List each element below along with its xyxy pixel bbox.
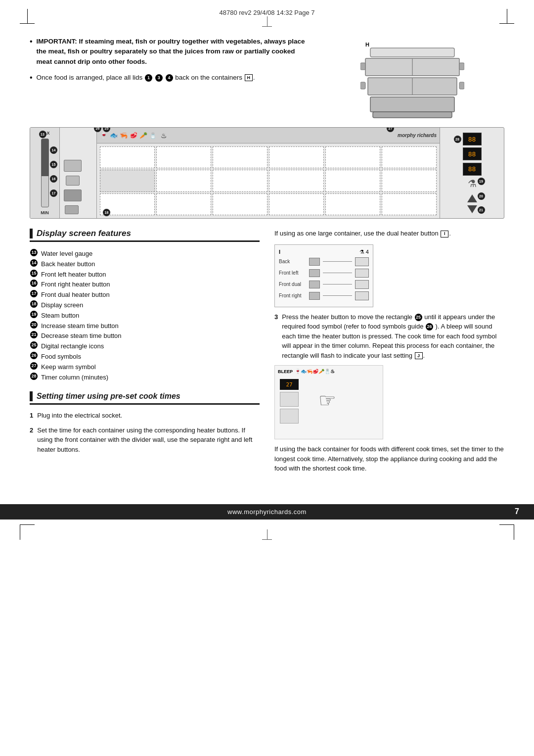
food-icon-fish: 🐟 (110, 132, 118, 139)
crop-mark-top-right (499, 9, 514, 24)
badge-16: 16 (50, 175, 57, 183)
bleep-label-area: BLEEP 🍷🐟🦐🥩🥕🧂♨ (275, 366, 383, 377)
heater-box-front-right (355, 291, 369, 300)
feature-item-27: 27 Keep warm symbol (30, 362, 260, 373)
front-left-heater-button[interactable] (66, 176, 80, 186)
timer-display-2: 88 (463, 147, 482, 160)
ref-J: J (415, 352, 423, 359)
feature-item-20: 20 Increase steam time button (30, 321, 260, 331)
footer: www.morphyrichards.com 7 (0, 504, 534, 520)
timer-display-row2: 88 (463, 147, 482, 160)
step-3-text: Press the heater button to move the rect… (282, 312, 504, 361)
front-dual-heater-button[interactable] (65, 205, 79, 214)
step-1: 1 Plug into the electrical socket. (30, 411, 260, 421)
feature-label-15: Front left heater button (41, 270, 106, 280)
timer-display-1: 88 (463, 133, 482, 145)
display-screen-features-title: Display screen features (30, 229, 260, 242)
feature-label-19: Steam button (41, 311, 79, 321)
heater-row-back: Back (279, 257, 369, 266)
top-left-bullets: • IMPORTANT: If steaming meat, fish or p… (30, 37, 306, 118)
feature-item-16: 16 Front right heater button (30, 280, 260, 290)
title-bar (30, 229, 33, 238)
bullet-important-text: IMPORTANT: If steaming meat, fish or pou… (37, 37, 306, 67)
step-num-1: 1 (30, 411, 33, 421)
circle-21: 21 (30, 331, 38, 338)
svg-rect-8 (459, 63, 464, 70)
badge-17: 17 (50, 189, 57, 197)
circle-14: 14 (30, 259, 38, 267)
heater-label-back: Back (279, 259, 306, 264)
circle-ref-4: 4 (166, 74, 173, 82)
grid-cell (156, 146, 211, 168)
front-left-btn-diag[interactable] (309, 269, 320, 277)
grid-cell (382, 146, 437, 168)
setting-timer-steps: 1 Plug into the electrical socket. 2 Set… (30, 411, 260, 454)
food-icon-can: 🧂 (149, 132, 157, 139)
badge-18: 18 (103, 209, 110, 216)
circle-ref-3: 3 (155, 74, 163, 82)
grid-cell (325, 170, 380, 191)
circle-16: 16 (30, 280, 38, 287)
grid-cell (382, 193, 437, 215)
heater-line-front-left (323, 273, 352, 273)
steam-symbol: ⚗ (468, 178, 477, 189)
heater-label-front-left: Front left (279, 270, 306, 276)
grid-cell (269, 170, 324, 191)
bullet-symbol-2: • (30, 73, 33, 83)
step-num-2: 2 (30, 425, 33, 455)
svg-rect-0 (370, 48, 454, 57)
feature-item-15: 15 Front left heater button (30, 270, 260, 280)
heater-small-diagram: I ⚗ 4 Back Front left (274, 244, 373, 307)
feature-label-21: Decrease steam time button (41, 331, 122, 341)
heater-row-front-right: Front right (279, 291, 369, 300)
badge-19: 19 (478, 178, 485, 185)
front-dual-btn-diag[interactable] (309, 281, 320, 288)
feature-item-26: 26 Food symbols (30, 352, 260, 362)
circle-25: 25 (30, 341, 38, 349)
grid-cell (213, 170, 267, 191)
grid-cell (100, 146, 155, 168)
grid-cell (213, 146, 267, 168)
min-label: MIN (41, 210, 49, 215)
back-heater-button[interactable] (64, 160, 82, 172)
press-diagram-content: 27 ☞ (275, 377, 383, 425)
food-grid (97, 143, 440, 218)
heater-box-back (355, 257, 369, 266)
right-controls: 19 ⚗ 20 21 (467, 178, 477, 213)
svg-rect-10 (459, 82, 464, 89)
square-ref-h: H (245, 74, 253, 81)
svg-rect-9 (360, 82, 365, 89)
decrease-steam-time-button[interactable] (467, 205, 477, 213)
hand-icon: ☞ (318, 379, 336, 424)
back-heater-btn-diag[interactable] (309, 258, 320, 266)
badge-15: 15 (50, 161, 57, 168)
badge-14: 14 (50, 146, 57, 154)
panel-right: 28 88 88 88 19 ⚗ 20 21 (440, 128, 504, 218)
feature-item-28: 28 Timer column (minutes) (30, 373, 260, 383)
bullet-lids-text: Once food is arranged, place all lids 1 … (37, 73, 255, 83)
circle-15: 15 (30, 270, 38, 277)
feature-item-14: 14 Back heater button (30, 259, 260, 270)
feature-list: 13 Water level gauge 14 Back heater butt… (30, 249, 260, 382)
press-timer-1: 27 (280, 379, 299, 390)
badge-13: 13 (39, 131, 46, 138)
heater-line-back (323, 261, 352, 262)
timer-display-3: 88 (463, 163, 482, 176)
page-wrapper: 48780 rev2 29/4/08 14:32 Page 7 • IMPORT… (0, 0, 534, 756)
badge-21: 21 (478, 206, 485, 214)
increase-steam-time-button[interactable] (467, 194, 477, 202)
crop-mark-bottom-left (20, 524, 35, 540)
front-right-btn-diag[interactable] (309, 292, 320, 300)
feature-item-21: 21 Decrease steam time button (30, 331, 260, 341)
front-right-heater-button[interactable] (64, 189, 82, 201)
grid-cell (100, 170, 155, 191)
feature-item-19: 19 Steam button (30, 311, 260, 321)
bleep-text: BLEEP (278, 369, 293, 374)
grid-cell (382, 170, 437, 191)
step-num-3: 3 (274, 312, 278, 361)
grid-cell (269, 146, 324, 168)
food-icon-meat: 🥩 (130, 132, 137, 139)
circle-19: 19 (30, 311, 38, 318)
gauge-bar (41, 139, 49, 207)
left-column: Display screen features 13 Water level g… (30, 229, 260, 479)
